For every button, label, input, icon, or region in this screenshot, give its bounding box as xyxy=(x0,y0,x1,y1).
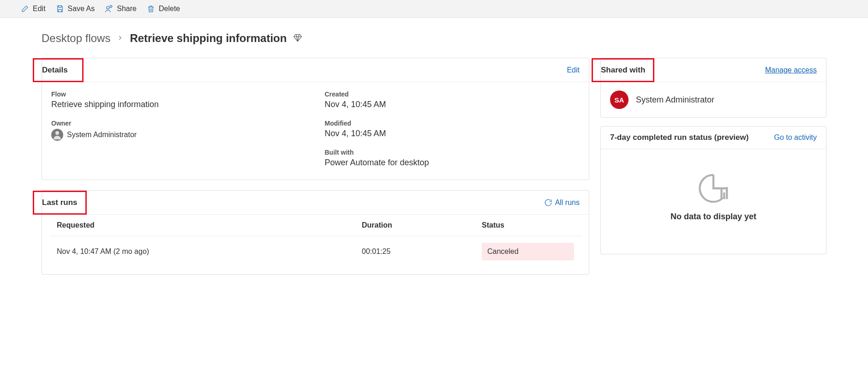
shared-with-card: Shared with Manage access SA System Admi… xyxy=(600,58,826,118)
shared-user-row[interactable]: SA System Administrator xyxy=(601,82,826,117)
delete-button[interactable]: Delete xyxy=(147,5,180,13)
delete-icon xyxy=(147,5,155,13)
svg-point-1 xyxy=(110,6,113,8)
breadcrumb-root[interactable]: Desktop flows xyxy=(42,32,110,45)
toolbar: Edit Save As Share Delete xyxy=(0,0,868,18)
created-label: Created xyxy=(325,90,580,98)
save-as-button[interactable]: Save As xyxy=(56,5,95,13)
runs-table-header: Requested Duration Status xyxy=(49,215,581,236)
edit-button[interactable]: Edit xyxy=(21,5,46,13)
edit-label: Edit xyxy=(33,5,46,13)
svg-point-2 xyxy=(55,131,59,135)
pie-chart-icon xyxy=(697,172,730,205)
svg-point-0 xyxy=(107,6,109,9)
breadcrumb: Desktop flows Retrieve shipping informat… xyxy=(42,32,826,45)
last-runs-card: Last runs All runs Requested Duration St… xyxy=(42,190,589,275)
flow-label: Flow xyxy=(51,90,306,98)
all-runs-label: All runs xyxy=(555,199,580,207)
diamond-icon xyxy=(293,33,302,44)
table-row[interactable]: Nov 4, 10:47 AM (2 mo ago) 00:01:25 Canc… xyxy=(49,236,581,267)
runs-table: Requested Duration Status Nov 4, 10:47 A… xyxy=(49,215,581,267)
col-status: Status xyxy=(482,221,574,229)
created-value: Nov 4, 10:45 AM xyxy=(325,100,580,109)
builtwith-label: Built with xyxy=(325,149,580,156)
main-grid: Details Edit Flow Retrieve shipping info… xyxy=(42,58,826,275)
modified-label: Modified xyxy=(325,120,580,127)
share-icon xyxy=(105,5,113,13)
col-duration: Duration xyxy=(362,221,482,229)
empty-state: No data to display yet xyxy=(601,149,826,254)
go-to-activity-link[interactable]: Go to activity xyxy=(774,133,817,142)
empty-state-text: No data to display yet xyxy=(670,212,756,222)
owner-name: System Administrator xyxy=(67,131,137,139)
details-card: Details Edit Flow Retrieve shipping info… xyxy=(42,58,589,180)
left-column: Details Edit Flow Retrieve shipping info… xyxy=(42,58,589,275)
flow-value: Retrieve shipping information xyxy=(51,100,306,109)
owner-row: System Administrator xyxy=(51,129,306,141)
page-title: Retrieve shipping information xyxy=(130,32,287,45)
avatar: SA xyxy=(610,90,629,109)
last-runs-title: Last runs xyxy=(33,191,87,215)
save-as-label: Save As xyxy=(68,5,95,13)
run-status-title: 7-day completed run status (preview) xyxy=(610,133,748,142)
edit-icon xyxy=(21,5,29,13)
builtwith-value: Power Automate for desktop xyxy=(325,158,580,168)
run-requested: Nov 4, 10:47 AM (2 mo ago) xyxy=(57,247,362,256)
delete-label: Delete xyxy=(159,5,180,13)
page-content: Desktop flows Retrieve shipping informat… xyxy=(0,18,868,289)
refresh-icon xyxy=(544,199,552,207)
owner-label: Owner xyxy=(51,120,306,127)
manage-access-link[interactable]: Manage access xyxy=(765,66,817,74)
all-runs-link[interactable]: All runs xyxy=(544,199,580,207)
save-as-icon xyxy=(56,5,64,13)
details-title: Details xyxy=(33,58,84,82)
share-button[interactable]: Share xyxy=(105,5,137,13)
status-badge: Canceled xyxy=(482,243,574,260)
chevron-right-icon xyxy=(117,35,123,42)
shared-user-name: System Administrator xyxy=(636,95,714,105)
col-requested: Requested xyxy=(57,221,362,229)
details-edit-link[interactable]: Edit xyxy=(567,66,580,74)
modified-value: Nov 4, 10:45 AM xyxy=(325,129,580,138)
right-column: Shared with Manage access SA System Admi… xyxy=(600,58,826,254)
avatar-icon xyxy=(51,129,63,141)
shared-with-title: Shared with xyxy=(592,58,654,82)
run-duration: 00:01:25 xyxy=(362,247,482,256)
run-status-card: 7-day completed run status (preview) Go … xyxy=(600,126,826,254)
share-label: Share xyxy=(117,5,137,13)
